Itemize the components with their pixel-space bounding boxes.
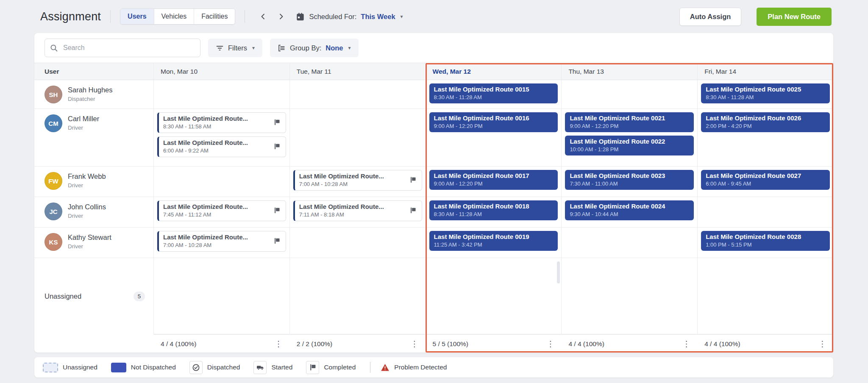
user-cell: JCJohn CollinsDriver <box>34 197 153 228</box>
user-role: Driver <box>68 182 106 189</box>
route-card[interactable]: Last Mile Optimized Route 00219:00 AM - … <box>565 112 694 132</box>
route-card-title: Last Mile Optimized Route... <box>163 233 248 241</box>
schedule-grid: UserMon, Mar 10Tue, Mar 11Wed, Mar 12Thu… <box>34 63 833 352</box>
day-cell[interactable]: Last Mile Optimized Route 00219:00 AM - … <box>561 109 697 167</box>
toolbar: Filters ▾ Group By: None ▾ <box>34 33 833 63</box>
tab-vehicles[interactable]: Vehicles <box>154 9 195 24</box>
tab-facilities[interactable]: Facilities <box>194 9 235 24</box>
route-card[interactable]: Last Mile Optimized Route 00237:30 AM - … <box>565 170 694 190</box>
footer-total: 4 / 4 (100%) <box>161 340 196 348</box>
grid-header-day-2: Wed, Mar 12 <box>426 63 562 80</box>
day-cell[interactable]: Last Mile Optimized Route 00158:30 AM - … <box>426 80 562 109</box>
group-by-dropdown[interactable]: Group By: None ▾ <box>270 39 359 57</box>
route-card[interactable]: Last Mile Optimized Route...7:11 AM - 8:… <box>293 200 422 221</box>
route-card-title: Last Mile Optimized Route 0016 <box>434 114 554 122</box>
not-dispatched-swatch <box>111 363 126 372</box>
day-cell[interactable]: Last Mile Optimized Route...7:45 AM - 11… <box>153 197 289 228</box>
search-icon <box>50 44 58 52</box>
day-cell[interactable]: Last Mile Optimized Route 00262:00 PM - … <box>697 109 833 167</box>
day-cell[interactable]: Last Mile Optimized Route...8:30 AM - 11… <box>153 109 289 167</box>
day-cell[interactable] <box>289 80 426 109</box>
route-card[interactable]: Last Mile Optimized Route...7:00 AM - 10… <box>293 170 422 191</box>
route-card-body: Last Mile Optimized Route 00281:00 PM - … <box>706 233 825 248</box>
footer-total: 5 / 5 (100%) <box>433 340 468 348</box>
route-card[interactable]: Last Mile Optimized Route 00179:00 AM - … <box>429 170 558 190</box>
route-card[interactable]: Last Mile Optimized Route...7:45 AM - 11… <box>157 200 286 221</box>
route-card-title: Last Mile Optimized Route 0024 <box>570 203 689 210</box>
day-cell[interactable]: Last Mile Optimized Route 00188:30 AM - … <box>426 197 562 228</box>
day-cell[interactable] <box>289 109 426 167</box>
kebab-menu-icon[interactable]: ⋮ <box>545 340 556 348</box>
day-cell[interactable] <box>561 80 697 109</box>
day-cell[interactable] <box>289 228 426 258</box>
user-role: Dispatcher <box>68 96 113 102</box>
day-cell[interactable]: Last Mile Optimized Route 00237:30 AM - … <box>561 167 697 197</box>
plan-new-route-button[interactable]: Plan New Route <box>757 8 832 26</box>
day-cell[interactable]: Last Mile Optimized Route 00258:30 AM - … <box>697 80 833 109</box>
route-card[interactable]: Last Mile Optimized Route 00188:30 AM - … <box>429 200 558 220</box>
day-cell[interactable]: Last Mile Optimized Route 00276:00 AM - … <box>697 167 833 197</box>
grid-header-day-3: Thu, Mar 13 <box>561 63 697 80</box>
prev-week-button[interactable] <box>257 10 270 23</box>
footer-user-cell <box>34 334 153 353</box>
route-card[interactable]: Last Mile Optimized Route...6:00 AM - 9:… <box>157 136 286 157</box>
day-cell[interactable] <box>697 258 833 334</box>
route-card-body: Last Mile Optimized Route...7:00 AM - 10… <box>299 172 384 187</box>
route-card-time: 11:25 AM - 3:42 PM <box>434 241 554 248</box>
route-card[interactable]: Last Mile Optimized Route 00158:30 AM - … <box>429 83 558 103</box>
scrollbar-thumb[interactable] <box>557 261 560 283</box>
day-cell[interactable] <box>561 258 697 334</box>
filters-dropdown[interactable]: Filters ▾ <box>208 39 262 57</box>
legend-label: Started <box>271 364 292 371</box>
route-card-title: Last Mile Optimized Route... <box>163 203 248 210</box>
day-cell[interactable]: Last Mile Optimized Route 00249:30 AM - … <box>561 197 697 228</box>
avatar: KS <box>45 233 62 251</box>
day-cell[interactable] <box>289 258 426 334</box>
user-info: Frank WebbDriver <box>68 172 106 189</box>
user-info: Carl MillerDriver <box>68 114 99 131</box>
route-card[interactable]: Last Mile Optimized Route 00169:00 AM - … <box>429 112 558 132</box>
route-card-title: Last Mile Optimized Route 0021 <box>570 114 689 122</box>
day-cell[interactable] <box>153 167 289 197</box>
calendar-icon <box>296 12 305 21</box>
day-cell[interactable]: Last Mile Optimized Route...7:00 AM - 10… <box>289 167 426 197</box>
day-cell[interactable] <box>153 80 289 109</box>
footer-day-cell-1: 2 / 2 (100%)⋮ <box>289 334 426 353</box>
route-card[interactable]: Last Mile Optimized Route...7:00 AM - 10… <box>157 231 286 252</box>
footer-total: 4 / 4 (100%) <box>568 340 604 348</box>
day-cell[interactable]: Last Mile Optimized Route 00281:00 PM - … <box>697 228 833 258</box>
day-cell[interactable]: Last Mile Optimized Route 001911:25 AM -… <box>426 228 562 258</box>
day-cell[interactable] <box>426 258 562 334</box>
day-cell[interactable] <box>697 197 833 228</box>
day-cell[interactable]: Last Mile Optimized Route 00179:00 AM - … <box>426 167 562 197</box>
legend-item-dispatched: Dispatched <box>189 361 240 374</box>
kebab-menu-icon[interactable]: ⋮ <box>681 340 692 348</box>
user-cell: FWFrank WebbDriver <box>34 167 153 197</box>
day-cell[interactable]: Last Mile Optimized Route...7:00 AM - 10… <box>153 228 289 258</box>
route-card-title: Last Mile Optimized Route 0023 <box>570 172 689 179</box>
route-card[interactable]: Last Mile Optimized Route...8:30 AM - 11… <box>157 112 286 133</box>
route-card[interactable]: Last Mile Optimized Route 00276:00 AM - … <box>701 170 830 190</box>
route-card[interactable]: Last Mile Optimized Route 00281:00 PM - … <box>701 231 830 251</box>
kebab-menu-icon[interactable]: ⋮ <box>817 340 828 348</box>
route-card[interactable]: Last Mile Optimized Route 001911:25 AM -… <box>429 231 558 251</box>
route-card[interactable]: Last Mile Optimized Route 002210:00 AM -… <box>565 136 694 155</box>
grid-header-day-4: Fri, Mar 14 <box>697 63 833 80</box>
day-cell[interactable]: Last Mile Optimized Route...7:11 AM - 8:… <box>289 197 426 228</box>
kebab-menu-icon[interactable]: ⋮ <box>409 340 420 348</box>
route-card[interactable]: Last Mile Optimized Route 00249:30 AM - … <box>565 200 694 220</box>
auto-assign-button[interactable]: Auto Assign <box>679 8 742 26</box>
chevron-down-icon: ▾ <box>252 45 255 51</box>
day-cell[interactable] <box>153 258 289 334</box>
next-week-button[interactable] <box>275 10 287 23</box>
search-input[interactable] <box>62 44 195 52</box>
day-cell[interactable] <box>561 228 697 258</box>
day-cell[interactable]: Last Mile Optimized Route 00169:00 AM - … <box>426 109 562 167</box>
route-card[interactable]: Last Mile Optimized Route 00262:00 PM - … <box>701 112 830 132</box>
tab-users[interactable]: Users <box>120 9 154 24</box>
user-cell: KSKathy StewartDriver <box>34 228 153 258</box>
scheduled-for-dropdown[interactable]: Scheduled For: This Week ▾ <box>296 12 403 21</box>
route-card[interactable]: Last Mile Optimized Route 00258:30 AM - … <box>701 83 830 103</box>
kebab-menu-icon[interactable]: ⋮ <box>273 340 284 348</box>
user-cell: CMCarl MillerDriver <box>34 109 153 167</box>
